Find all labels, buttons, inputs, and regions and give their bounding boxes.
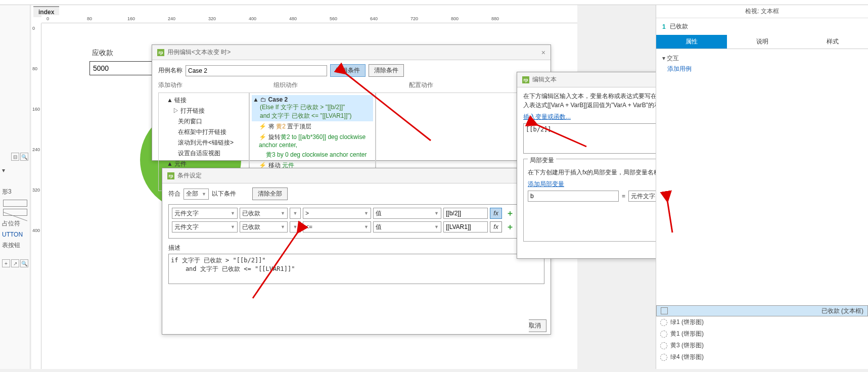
clear-condition-button[interactable]: 清除条件	[369, 64, 404, 77]
shape-label: 形3	[0, 186, 30, 198]
add-case-link[interactable]: 添加用例	[662, 65, 862, 73]
app-icon: rp	[522, 76, 529, 83]
cond-op-select[interactable]: >▼	[303, 208, 371, 219]
local-vars-legend: 局部变量	[528, 156, 556, 165]
search-icon[interactable]: 🔍	[20, 153, 28, 161]
inspector-index: 1	[662, 23, 666, 30]
dialog-title: 条件设定	[177, 171, 202, 180]
outline-item[interactable]: 黄3 (饼形图)	[656, 340, 868, 351]
dialog-title: 编辑文本	[532, 75, 557, 84]
search-icon-2[interactable]: 🔍	[20, 259, 28, 267]
cond-value-input[interactable]	[443, 221, 488, 232]
button-label: UTTON	[0, 229, 30, 240]
panel-toggle-icon[interactable]: ⊟	[11, 153, 19, 161]
tablebtn-label: 表按钮	[0, 240, 30, 251]
pie-icon	[660, 354, 667, 361]
cond-kind-select[interactable]: 值▼	[373, 208, 441, 219]
outline-list: 已收款 (文本框) 绿1 (饼形图) 黄1 (饼形图) 黄3 (饼形图) 绿4 …	[656, 304, 868, 364]
pie-icon	[660, 319, 667, 326]
close-icon[interactable]: ×	[541, 49, 545, 57]
dialog-title: 用例编辑<文本改变 时>	[167, 48, 231, 57]
outline-item[interactable]: 绿1 (饼形图)	[656, 316, 868, 328]
condition-builder-dialog: rp条件设定 符合 全部▼ 以下条件 清除全部 元件文字▼ 已收款▼ ▼ >▼ …	[162, 168, 551, 335]
match-select[interactable]: 全部▼	[184, 189, 209, 200]
conditions-container: 元件文字▼ 已收款▼ ▼ >▼ 值▼ fx ＋ ✖ 元件文字▼ 已收款▼ ▼ <…	[168, 204, 544, 239]
left-sidebar: ⊟🔍 ▾ 形3 占位符 UTTON 表按钮 +↗🔍	[0, 5, 30, 369]
cond-type-select[interactable]: 元件文字▼	[172, 208, 238, 219]
cond-widget-select[interactable]: 已收款▼	[240, 208, 288, 219]
col-add-action: 添加动作	[158, 81, 182, 89]
ruler-horizontal: 0 80 160 240 320 400 480 560 640 720 800…	[41, 15, 577, 23]
cond-op-select[interactable]: <=▼	[303, 221, 371, 232]
fx-button[interactable]: fx	[490, 221, 502, 232]
rect-icon[interactable]	[3, 200, 27, 207]
equals-label: =	[622, 193, 625, 200]
add-icon[interactable]: +	[2, 259, 10, 267]
fx-button[interactable]: fx	[490, 208, 502, 219]
outline-item[interactable]: 绿4 (饼形图)	[656, 351, 868, 363]
inspector-title: 已收款	[670, 22, 688, 31]
pie-icon	[660, 342, 667, 349]
case-editor-dialog: rp用例编辑<文本改变 时>× 用例名称 编辑条件 清除条件 添加动作 组织动作…	[152, 44, 551, 161]
cond-value-input[interactable]	[443, 208, 488, 219]
cond-widget-picker[interactable]: ▼	[290, 208, 301, 219]
envelope-icon[interactable]	[3, 209, 27, 216]
outline-item[interactable]: 黄1 (饼形图)	[656, 328, 868, 340]
inspector-panel: 检视: 文本框 1已收款 属性 说明 样式 ▾ 交互 添加用例 已收款 (文本框…	[656, 5, 868, 369]
tab-style[interactable]: 样式	[797, 35, 868, 49]
condition-row: 元件文字▼ 已收款▼ ▼ >▼ 值▼ fx ＋ ✖	[172, 208, 541, 219]
cond-widget-select[interactable]: 已收款▼	[240, 221, 288, 232]
pie-icon	[660, 331, 667, 338]
condition-row: 元件文字▼ 已收款▼ ▼ <=▼ 值▼ fx ＋ ✖	[172, 221, 541, 232]
receivable-label: 应收款	[92, 49, 113, 58]
cancel-button[interactable]: 取消	[529, 319, 546, 332]
app-icon: rp	[157, 49, 164, 56]
edit-condition-button[interactable]: 编辑条件	[330, 64, 366, 77]
export-icon[interactable]: ↗	[11, 259, 19, 267]
clear-all-button[interactable]: 清除全部	[252, 188, 288, 200]
outline-item[interactable]: 已收款 (文本框)	[656, 305, 868, 316]
col-org-action: 组织动作	[273, 81, 298, 89]
section-interaction[interactable]: 交互	[667, 55, 679, 62]
var-name-input[interactable]	[528, 191, 619, 202]
description-box: if 文字于 已收款 > "[[b/2]]" and 文字于 已收款 <= "[…	[168, 254, 544, 284]
col-config-action: 配置动作	[409, 81, 433, 89]
match-tail: 以下条件	[212, 190, 236, 198]
inspector-header: 检视: 文本框	[656, 5, 868, 18]
description-label: 描述	[168, 244, 544, 252]
case-name-label: 用例名称	[158, 66, 182, 75]
cond-kind-select[interactable]: 值▼	[373, 221, 441, 232]
app-icon: rp	[167, 172, 174, 179]
add-local-var-link[interactable]: 添加局部变量	[528, 180, 564, 188]
match-label: 符合	[168, 190, 180, 198]
cond-widget-picker[interactable]: ▼	[290, 221, 301, 232]
textbox-icon	[661, 307, 668, 314]
tab-properties[interactable]: 属性	[656, 35, 727, 49]
case-name-input[interactable]	[186, 65, 327, 76]
cond-type-select[interactable]: 元件文字▼	[172, 221, 238, 232]
insert-var-link[interactable]: 插入变量或函数...	[523, 113, 571, 120]
tab-notes[interactable]: 说明	[727, 35, 798, 49]
ruler-vertical: 0 80 160 240 320 400	[31, 23, 41, 369]
add-row-icon[interactable]: ＋	[504, 208, 516, 219]
add-row-icon[interactable]: ＋	[504, 222, 516, 232]
